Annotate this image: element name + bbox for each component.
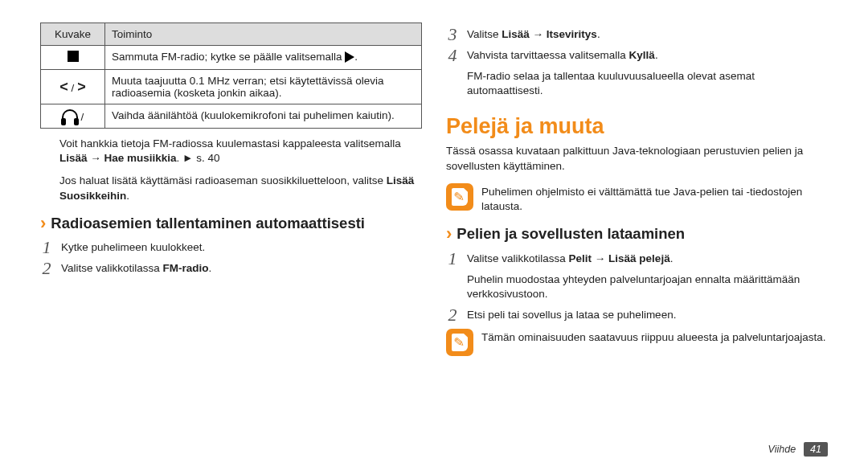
chevron-icon: › bbox=[446, 225, 452, 243]
chevron-icon: › bbox=[40, 215, 46, 232]
play-icon bbox=[345, 51, 354, 63]
table-row: < / > Muuta taajuutta 0.1 MHz verran; et… bbox=[41, 70, 422, 104]
note: Tämän ominaisuuden saatavuus riippuu alu… bbox=[446, 329, 828, 356]
row1-text: Sammuta FM-radio; kytke se päälle valits… bbox=[105, 46, 422, 70]
page-number: 41 bbox=[804, 442, 828, 457]
step-item: 2 Etsi peli tai sovellus ja lataa se puh… bbox=[446, 306, 828, 324]
subheading-auto-save: › Radioasemien tallentaminen automaattis… bbox=[40, 215, 422, 232]
section-description: Tässä osassa kuvataan palkittuun Java-te… bbox=[446, 144, 828, 173]
note: Puhelimen ohjelmisto ei välttämättä tue … bbox=[446, 183, 828, 214]
page-footer: Viihde 41 bbox=[768, 442, 828, 457]
step-item: 2 Valitse valikkotilassa FM-radio. bbox=[40, 260, 422, 277]
step-item: 3 Valitse Lisää → Itseviritys. bbox=[446, 26, 828, 43]
step-number-4: 4 bbox=[446, 47, 459, 64]
step-item: 4 Vahvista tarvittaessa valitsemalla Kyl… bbox=[446, 47, 828, 64]
col-header-function: Toiminto bbox=[105, 23, 422, 46]
step-after-text: FM-radio selaa ja tallentaa kuuluvuusalu… bbox=[467, 69, 828, 98]
section-title-games: Pelejä ja muuta bbox=[446, 114, 828, 139]
prev-next-icon: < / > bbox=[41, 70, 105, 104]
subheading-download: › Pelien ja sovellusten lataaminen bbox=[446, 225, 828, 243]
note-icon bbox=[446, 329, 473, 356]
step-number-3: 3 bbox=[446, 26, 459, 43]
footer-section: Viihde bbox=[768, 444, 796, 455]
note-icon bbox=[446, 183, 473, 211]
stop-icon bbox=[41, 46, 105, 70]
col-header-icon: Kuvake bbox=[41, 23, 105, 46]
step-number-2: 2 bbox=[446, 306, 459, 324]
headphones-icon: / bbox=[41, 104, 105, 129]
info-paragraph: Jos haluat lisätä käyttämäsi radioaseman… bbox=[59, 174, 422, 203]
step-number-2: 2 bbox=[40, 260, 53, 277]
info-paragraph: Voit hankkia tietoja FM-radiossa kuulema… bbox=[59, 137, 422, 166]
step-item: 1 Kytke puhelimeen kuulokkeet. bbox=[40, 239, 422, 256]
row2-text: Muuta taajuutta 0.1 MHz verran; etsi käy… bbox=[105, 70, 422, 104]
table-row: Sammuta FM-radio; kytke se päälle valits… bbox=[41, 46, 422, 70]
step-number-1: 1 bbox=[446, 250, 459, 268]
step-item: 1 Valitse valikkotilassa Pelit → Lisää p… bbox=[446, 250, 828, 268]
icon-function-table: Kuvake Toiminto Sammuta FM-radio; kytke … bbox=[40, 23, 422, 129]
row3-text: Vaihda äänilähtöä (kuulokemikrofoni tai … bbox=[105, 104, 422, 129]
step-number-1: 1 bbox=[40, 239, 53, 256]
step-after-text: Puhelin muodostaa yhteyden palveluntarjo… bbox=[467, 272, 828, 301]
table-row: / Vaihda äänilähtöä (kuulokemikrofoni ta… bbox=[41, 104, 422, 129]
